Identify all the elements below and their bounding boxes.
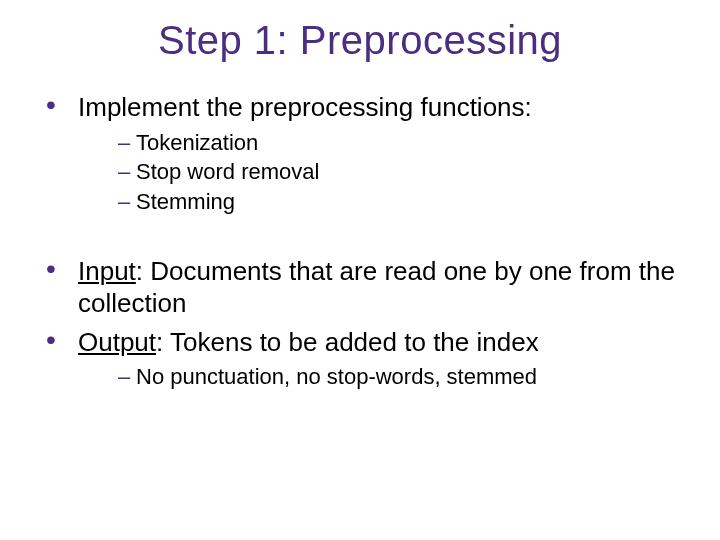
bullet-label: Input bbox=[78, 256, 136, 286]
sub-item: Stop word removal bbox=[118, 157, 680, 187]
slide: Step 1: Preprocessing Implement the prep… bbox=[0, 0, 720, 540]
bullet-list: Implement the preprocessing functions: T… bbox=[40, 91, 680, 392]
bullet-rest: : Tokens to be added to the index bbox=[156, 327, 539, 357]
slide-title: Step 1: Preprocessing bbox=[40, 18, 680, 63]
bullet-implement: Implement the preprocessing functions: T… bbox=[44, 91, 680, 217]
sub-item: No punctuation, no stop-words, stemmed bbox=[118, 362, 680, 392]
bullet-label: Output bbox=[78, 327, 156, 357]
bullet-input: Input: Documents that are read one by on… bbox=[44, 255, 680, 320]
sub-list-output: No punctuation, no stop-words, stemmed bbox=[78, 362, 680, 392]
sub-item: Stemming bbox=[118, 187, 680, 217]
bullet-output: Output: Tokens to be added to the index … bbox=[44, 326, 680, 392]
spacer bbox=[44, 227, 680, 249]
sub-item: Tokenization bbox=[118, 128, 680, 158]
sub-list-functions: Tokenization Stop word removal Stemming bbox=[78, 128, 680, 217]
bullet-text: Implement the preprocessing functions: bbox=[78, 92, 532, 122]
bullet-rest: : Documents that are read one by one fro… bbox=[78, 256, 675, 319]
